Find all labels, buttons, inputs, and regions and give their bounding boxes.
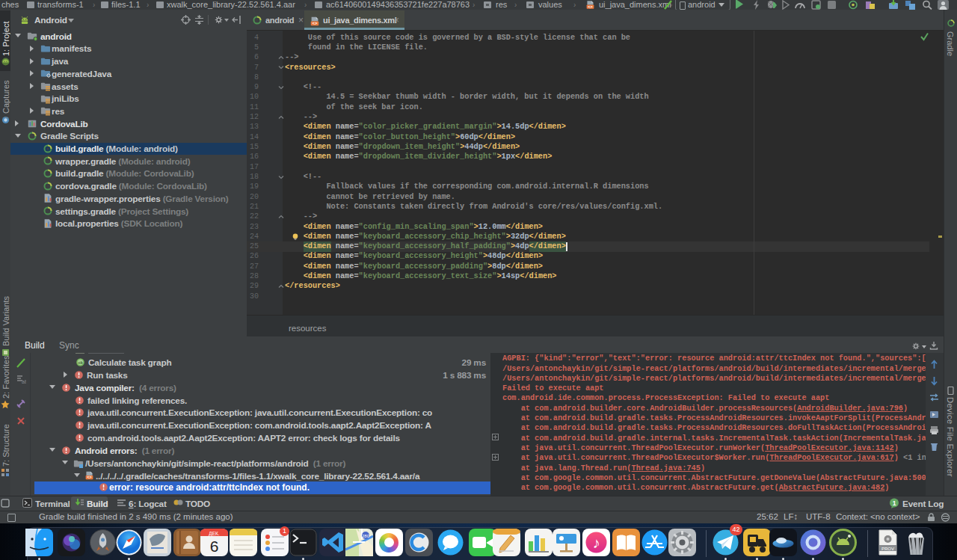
svg-text:♪: ♪: [592, 535, 600, 551]
svg-text:ab: ab: [22, 379, 26, 384]
svg-text:280: 280: [361, 534, 369, 538]
svg-text:PROV: PROV: [881, 547, 893, 551]
svg-text:ДЕК.: ДЕК.: [209, 531, 220, 537]
svg-text:6: 6: [209, 538, 218, 555]
svg-text:1: 1: [893, 499, 896, 507]
